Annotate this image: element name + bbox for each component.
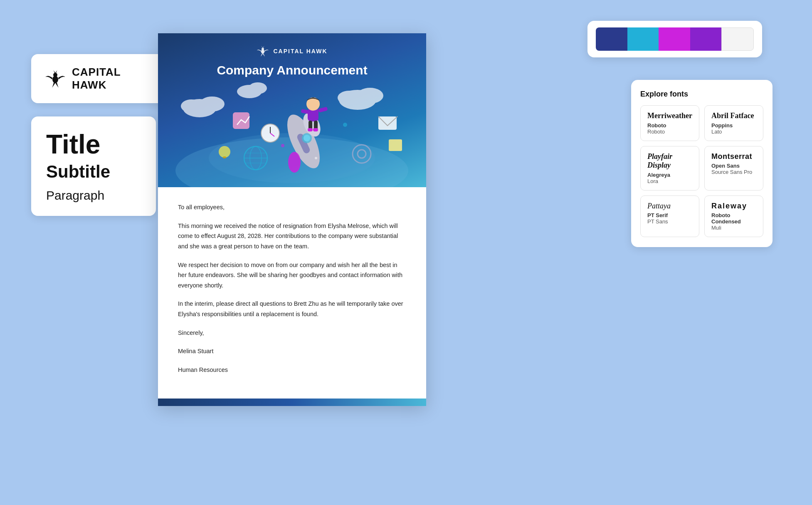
font-secondary-name: Poppins (711, 122, 756, 129)
svg-point-47 (315, 157, 317, 159)
svg-point-9 (181, 99, 202, 113)
font-secondary-name: Open Sans (711, 163, 756, 169)
font-tertiary-name: Muli (711, 225, 756, 231)
svg-point-42 (219, 146, 230, 158)
swatch-light-gray[interactable] (721, 27, 754, 51)
typography-subtitle-label: Subtitle (46, 161, 141, 182)
fonts-grid: Merriweather Roboto Roboto Abril Fatface… (640, 105, 763, 237)
svg-point-12 (338, 91, 361, 105)
svg-rect-27 (318, 106, 328, 112)
font-item-raleway[interactable]: Raleway Roboto Condensed Muli (704, 196, 763, 238)
svg-rect-43 (223, 156, 226, 158)
doc-hawk-icon (257, 45, 269, 57)
font-tertiary-name: Roboto (647, 129, 692, 135)
doc-footer-bar (158, 399, 426, 406)
font-primary-name: Pattaya (647, 202, 692, 211)
font-item-abril[interactable]: Abril Fatface Poppins Lato (704, 105, 763, 141)
typography-title-label: Title (46, 130, 141, 159)
font-item-montserrat[interactable]: Montserrat Open Sans Source Sans Pro (704, 146, 763, 191)
font-item-pattaya[interactable]: Pattaya PT Serif PT Sans (640, 196, 699, 238)
svg-point-20 (304, 135, 310, 141)
announcement-document: CAPITAL HAWK Company Announcement (158, 33, 426, 406)
fonts-card: Explore fonts Merriweather Roboto Roboto… (631, 80, 773, 247)
font-secondary-name: Alegreya (647, 172, 692, 178)
font-tertiary-name: Lora (647, 178, 692, 184)
typography-card: Title Subtitle Paragraph (31, 116, 156, 216)
doc-greeting: To all employees, (178, 202, 406, 213)
swatch-magenta[interactable] (659, 27, 690, 51)
svg-point-1 (53, 73, 57, 77)
doc-title: Company Announcement (217, 63, 367, 77)
font-primary-name: Abril Fatface (711, 111, 756, 121)
svg-point-14 (249, 82, 267, 94)
doc-header: CAPITAL HAWK Company Announcement (158, 33, 426, 187)
font-primary-name: Montserrat (711, 152, 756, 161)
svg-point-11 (357, 88, 383, 104)
font-secondary-name: PT Serif (647, 212, 692, 218)
svg-rect-44 (389, 139, 402, 151)
doc-logo-text: CAPITAL HAWK (273, 48, 327, 54)
font-primary-name: Playfair Display (647, 152, 692, 170)
brand-name: CAPITAL HAWK (72, 66, 155, 92)
doc-body: To all employees, This morning we receiv… (158, 187, 426, 399)
palette-card (587, 21, 762, 57)
doc-sender-title: Human Resources (178, 365, 406, 375)
font-item-merriweather[interactable]: Merriweather Roboto Roboto (640, 105, 699, 141)
swatch-dark-blue[interactable] (596, 27, 627, 51)
font-tertiary-name: PT Sans (647, 218, 692, 225)
font-tertiary-name: Source Sans Pro (711, 169, 756, 175)
swatch-cyan[interactable] (627, 27, 659, 51)
doc-paragraph1: This morning we received the notice of r… (178, 221, 406, 252)
font-secondary-name: Roboto Condensed (711, 212, 756, 225)
svg-rect-28 (301, 109, 309, 114)
doc-signoff: Sincerely, (178, 328, 406, 338)
font-secondary-name: Roboto (647, 122, 692, 129)
svg-point-8 (200, 97, 225, 111)
doc-sender-name: Melina Stuart (178, 346, 406, 356)
svg-point-4 (262, 48, 264, 50)
svg-rect-33 (378, 116, 397, 130)
svg-rect-25 (308, 128, 313, 131)
typography-paragraph-label: Paragraph (46, 188, 141, 203)
swatch-purple[interactable] (690, 27, 722, 51)
doc-paragraph3: In the interim, please direct all questi… (178, 299, 406, 319)
svg-point-45 (281, 144, 284, 147)
illustration-area (158, 75, 426, 187)
doc-paragraph2: We respect her decision to move on from … (178, 260, 406, 291)
logo-card: CAPITAL HAWK (31, 54, 168, 103)
font-primary-name: Raleway (711, 202, 756, 211)
fonts-section-title: Explore fonts (640, 90, 763, 99)
font-primary-name: Merriweather (647, 111, 692, 121)
font-item-playfair[interactable]: Playfair Display Alegreya Lora (640, 146, 699, 191)
svg-rect-26 (313, 128, 318, 131)
doc-logo-area: CAPITAL HAWK (257, 45, 327, 57)
hawk-icon (44, 68, 66, 89)
svg-point-46 (343, 123, 347, 127)
font-tertiary-name: Lato (711, 129, 756, 135)
svg-point-17 (288, 152, 301, 173)
